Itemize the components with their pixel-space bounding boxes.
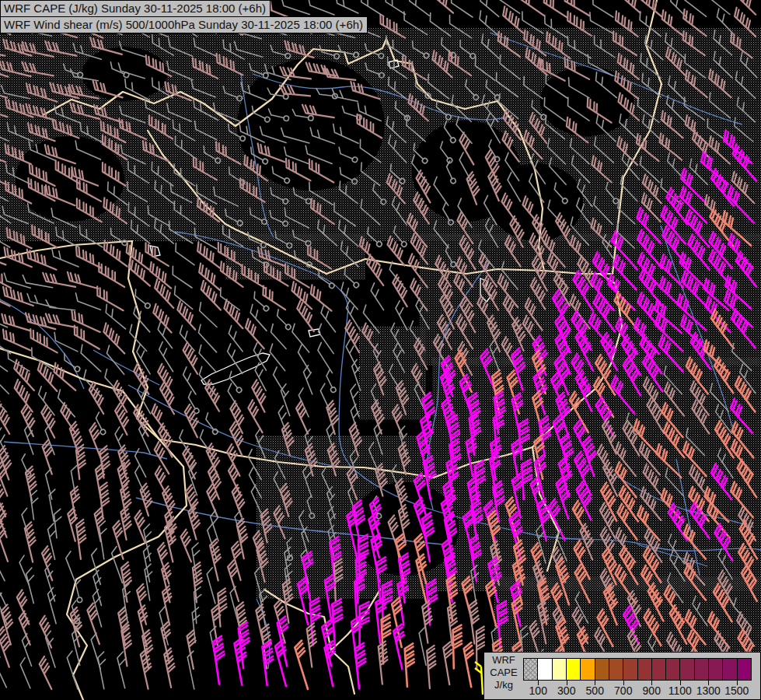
weather-map-canvas (0, 0, 761, 700)
legend-box (595, 659, 609, 680)
legend-box (553, 659, 567, 680)
legend-box (609, 659, 623, 680)
legend-box (680, 659, 694, 680)
legend-label-model: WRF (484, 654, 523, 667)
legend-tick-label: 1100 (668, 684, 692, 697)
legend-box (738, 659, 751, 680)
legend-tick-label: 700 (614, 684, 632, 697)
legend-box (666, 659, 680, 680)
weather-map-screenshot: WRF CAPE (J/kg) Sunday 30-11-2025 18:00 … (0, 0, 761, 700)
legend-box-below-min (524, 659, 538, 680)
legend-tick-label: 300 (557, 684, 575, 697)
legend-box (723, 659, 737, 680)
title-bar: WRF CAPE (J/kg) Sunday 30-11-2025 18:00 … (0, 0, 368, 33)
legend-tick-label: 100 (529, 684, 547, 697)
legend-box (638, 659, 652, 680)
legend-box (538, 659, 552, 680)
legend-tick-label: 1300 (696, 684, 721, 697)
title-windshear: WRF Wind shear (m/s) 500/1000hPa Sunday … (0, 16, 368, 33)
legend-label-parameter: CAPE (484, 667, 523, 679)
legend-colorbar (523, 658, 752, 681)
legend-box (695, 659, 709, 680)
cape-legend: WRF CAPE J/kg 10030050070090011001300150… (483, 652, 761, 700)
title-cape: WRF CAPE (J/kg) Sunday 30-11-2025 18:00 … (0, 0, 271, 17)
legend-label: WRF CAPE J/kg (484, 654, 523, 691)
legend-box (652, 659, 666, 680)
legend-box (709, 659, 723, 680)
legend-tick-label: 500 (586, 684, 604, 697)
legend-label-units: J/kg (484, 679, 523, 691)
legend-box (581, 659, 595, 680)
legend-tick-label: 1500 (724, 684, 749, 697)
legend-box (623, 659, 637, 680)
legend-box (567, 659, 581, 680)
legend-tick-label: 900 (643, 684, 661, 697)
